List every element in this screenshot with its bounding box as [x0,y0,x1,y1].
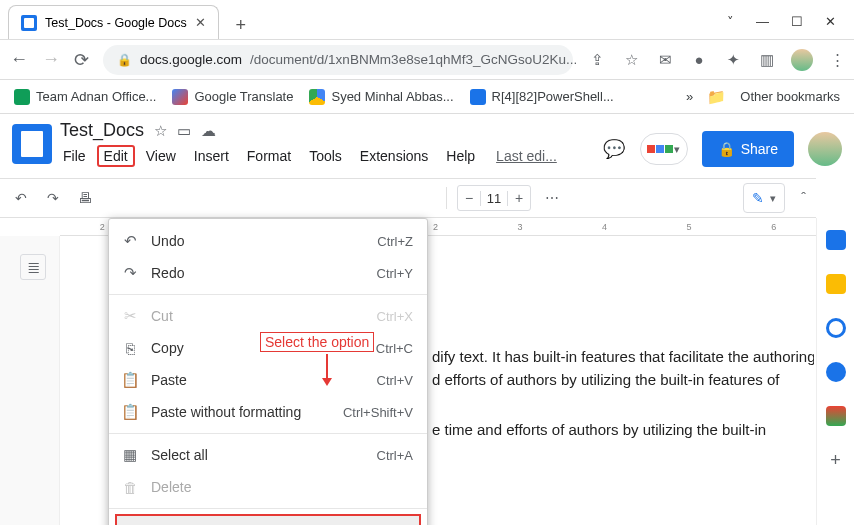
drive-icon [309,89,325,105]
other-bookmarks[interactable]: Other bookmarks [740,89,840,104]
star-icon[interactable]: ☆ [621,51,641,69]
body-line-1: dify text. It has built-in features that… [432,346,814,369]
cut-icon: ✂ [121,307,139,325]
cloud-status-icon[interactable]: ☁ [201,122,216,140]
extensions-icon[interactable]: ✦ [723,51,743,69]
doc-title[interactable]: Test_Docs [60,120,144,141]
comments-icon[interactable]: 💬 [602,137,626,161]
body-line-2: d efforts of authors by utilizing the bu… [432,369,814,392]
redo-icon[interactable]: ↷ [42,190,64,206]
menu-paste-without-formatting-item[interactable]: 📋Paste without formattingCtrl+Shift+V [109,396,427,428]
mail-icon[interactable]: ✉ [655,51,675,69]
font-size-value[interactable]: 11 [480,191,508,206]
bookmark-2[interactable]: Google Translate [172,89,293,105]
side-panel: + [816,218,854,525]
print-icon[interactable]: 🖶 [74,190,96,206]
adblock-icon[interactable]: ● [689,51,709,68]
reload-icon[interactable]: ⟳ [74,49,89,71]
docs-logo-icon[interactable] [12,124,52,164]
sheets-icon [14,89,30,105]
menu-format[interactable]: Format [240,145,298,167]
editing-mode-button[interactable]: ✎▾ [743,183,785,213]
menu-separator [109,294,427,295]
delete-icon: 🗑 [121,479,139,496]
url-host: docs.google.com [140,52,242,67]
menu-edit[interactable]: Edit [97,145,135,167]
folder-icon: 📁 [707,88,726,106]
keep-icon[interactable] [826,274,846,294]
menu-file[interactable]: File [56,145,93,167]
docs-header: Test_Docs ☆ ▭ ☁ File Edit View Insert Fo… [0,114,854,178]
lock-share-icon: 🔒 [718,141,735,157]
body-line-3: e time and efforts of authors by utilizi… [432,419,814,442]
share-page-icon[interactable]: ⇪ [587,51,607,69]
back-icon[interactable]: ← [10,49,28,70]
menu-redo-item[interactable]: ↷RedoCtrl+Y [109,257,427,289]
paste-plain-icon: 📋 [121,403,139,421]
menu-separator [109,433,427,434]
toolbar-more-icon[interactable]: ⋯ [541,190,563,206]
menu-paste-item[interactable]: 📋PasteCtrl+V [109,364,427,396]
tab-title: Test_Docs - Google Docs [45,16,187,30]
idm-icon[interactable]: ▥ [757,51,777,69]
docs-app: Test_Docs ☆ ▭ ☁ File Edit View Insert Fo… [0,114,854,525]
address-bar: ← → ⟳ 🔒 docs.google.com/document/d/1xnBN… [0,40,854,80]
tab-close-icon[interactable]: ✕ [195,15,206,30]
lock-icon: 🔒 [117,53,132,67]
edit-dropdown: ↶UndoCtrl+Z ↷RedoCtrl+Y ✂CutCtrl+X ⎘Copy… [108,218,428,525]
minimize-icon[interactable]: — [756,14,769,29]
docs-toolbar: ↶ ↷ 🖶 − 11 + ⋯ ✎▾ ˆ [0,178,816,218]
contacts-icon[interactable] [826,362,846,382]
annotation-label: Select the option [260,332,374,352]
menu-delete-item[interactable]: 🗑Delete [109,471,427,503]
browser-tab[interactable]: Test_Docs - Google Docs ✕ [8,5,219,39]
close-window-icon[interactable]: ✕ [825,14,836,29]
menu-help[interactable]: Help [439,145,482,167]
calendar-icon[interactable] [826,230,846,250]
tasks-icon[interactable] [826,318,846,338]
profile-avatar[interactable] [791,49,813,71]
window-controls: ˅ — ☐ ✕ [727,14,854,39]
menu-extensions[interactable]: Extensions [353,145,435,167]
url-path: /document/d/1xnBNMm3e8se1qhMf3_GcNGsoU2K… [250,52,577,67]
new-tab-button[interactable]: + [227,11,255,39]
undo-menu-icon: ↶ [121,232,139,250]
menu-bar: File Edit View Insert Format Tools Exten… [56,141,557,167]
doc-icon [470,89,486,105]
pencil-icon: ✎ [752,190,764,206]
last-edit-link[interactable]: Last edi... [496,148,557,164]
move-doc-icon[interactable]: ▭ [177,122,191,140]
share-button[interactable]: 🔒Share [702,131,794,167]
font-plus[interactable]: + [508,190,530,206]
account-avatar[interactable] [808,132,842,166]
chevron-down-icon[interactable]: ˅ [727,14,734,29]
undo-icon[interactable]: ↶ [10,190,32,206]
font-size-stepper[interactable]: − 11 + [457,185,531,211]
menu-find-replace-item[interactable]: ⇄Find and replaceCtrl+H [115,514,421,525]
menu-select-all-item[interactable]: ▦Select allCtrl+A [109,439,427,471]
forward-icon[interactable]: → [42,49,60,70]
paste-icon: 📋 [121,371,139,389]
menu-cut-item[interactable]: ✂CutCtrl+X [109,300,427,332]
maximize-icon[interactable]: ☐ [791,14,803,29]
url-field[interactable]: 🔒 docs.google.com/document/d/1xnBNMm3e8s… [103,45,573,75]
bookmark-1[interactable]: Team Adnan Office... [14,89,156,105]
bookmark-3[interactable]: Syed Minhal Abbas... [309,89,453,105]
menu-insert[interactable]: Insert [187,145,236,167]
meet-button[interactable]: ▾ [640,133,688,165]
maps-icon[interactable] [826,406,846,426]
bookmark-4[interactable]: R[4][82]PowerShell... [470,89,614,105]
menu-separator [109,508,427,509]
bookmarks-overflow-icon[interactable]: » [686,89,693,104]
browser-titlebar: Test_Docs - Google Docs ✕ + ˅ — ☐ ✕ [0,0,854,40]
hide-menus-icon[interactable]: ˆ [801,190,806,206]
menu-undo-item[interactable]: ↶UndoCtrl+Z [109,225,427,257]
menu-view[interactable]: View [139,145,183,167]
menu-tools[interactable]: Tools [302,145,349,167]
star-doc-icon[interactable]: ☆ [154,122,167,140]
outline-toggle-icon[interactable]: ≣ [20,254,46,280]
font-minus[interactable]: − [458,190,480,206]
kebab-menu-icon[interactable]: ⋮ [827,51,847,69]
get-addons-icon[interactable]: + [826,450,846,470]
separator [446,187,447,209]
